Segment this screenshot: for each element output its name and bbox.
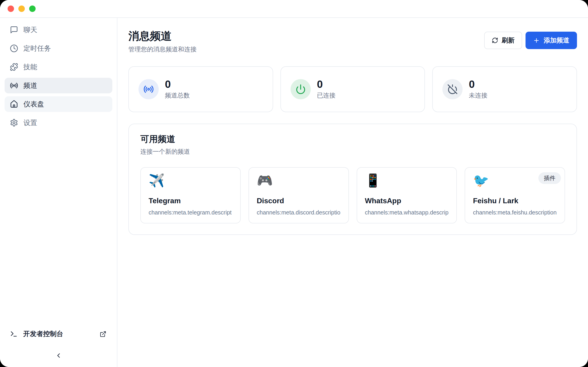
titlebar: [0, 0, 588, 18]
header-actions: 刷新 添加频道: [484, 32, 577, 49]
stats-row: 0 频道总数 0 已连接: [128, 66, 577, 112]
power-icon: [295, 84, 306, 94]
puzzle-icon: [10, 63, 18, 71]
channel-description: channels:meta.discord.descriptio: [257, 209, 341, 216]
home-icon: [10, 100, 18, 108]
terminal-icon: [10, 330, 18, 338]
gear-icon: [10, 119, 18, 127]
channel-name: Discord: [257, 197, 341, 204]
page-title: 消息频道: [128, 30, 197, 42]
stat-card-total-channels: 0 频道总数: [128, 66, 273, 112]
channel-card-telegram[interactable]: ✈️ Telegram channels:meta.telegram.descr…: [140, 167, 241, 223]
radio-icon: [143, 84, 154, 94]
sidebar-item-label: 技能: [23, 62, 37, 72]
sidebar-item-dashboard[interactable]: 仪表盘: [5, 96, 112, 112]
chat-bubble-icon: [10, 26, 18, 34]
channel-description: channels:meta.whatsapp.descrip: [365, 209, 449, 216]
clock-icon: [10, 44, 18, 52]
add-channel-button-label: 添加频道: [544, 36, 569, 45]
section-title: 可用频道: [140, 133, 565, 145]
sidebar-item-label: 设置: [23, 118, 37, 127]
sidebar-footer: 开发者控制台: [0, 327, 117, 367]
stat-label: 未连接: [469, 91, 487, 100]
available-channels-section: 可用频道 连接一个新的频道 ✈️ Telegram channels:meta.…: [128, 124, 577, 235]
sidebar-nav: 聊天 定时任务 技能: [0, 18, 117, 131]
main-content: 消息频道 管理您的消息频道和连接 刷新: [117, 18, 588, 367]
sidebar-item-settings[interactable]: 设置: [5, 115, 112, 131]
power-off-icon: [447, 84, 458, 94]
developer-console-label: 开发者控制台: [23, 329, 63, 339]
channel-card-whatsapp[interactable]: 📱 WhatsApp channels:meta.whatsapp.descri…: [357, 167, 457, 223]
refresh-button-label: 刷新: [502, 36, 515, 45]
section-subtitle: 连接一个新的频道: [140, 148, 565, 156]
sidebar-item-skills[interactable]: 技能: [5, 59, 112, 75]
sidebar-item-label: 频道: [23, 81, 37, 90]
stat-value: 0: [317, 79, 336, 90]
sidebar-item-channels[interactable]: 频道: [5, 78, 112, 93]
sidebar-item-label: 定时任务: [23, 44, 51, 53]
channel-card-feishu[interactable]: 插件 🐦 Feishu / Lark channels:meta.feishu.…: [465, 167, 565, 223]
discord-emoji-icon: 🎮: [257, 174, 341, 187]
radio-icon: [10, 81, 18, 90]
sidebar: 聊天 定时任务 技能: [0, 18, 117, 367]
developer-console-link[interactable]: 开发者控制台: [0, 327, 117, 341]
stat-value: 0: [469, 79, 487, 90]
channel-card-discord[interactable]: 🎮 Discord channels:meta.discord.descript…: [249, 167, 349, 223]
stat-card-not-connected: 0 未连接: [432, 66, 577, 112]
stat-label: 频道总数: [165, 91, 190, 100]
app-window: 聊天 定时任务 技能: [0, 0, 588, 367]
stat-bubble: [138, 79, 159, 99]
page-header-text: 消息频道 管理您的消息频道和连接: [128, 30, 197, 53]
channel-name: Feishu / Lark: [473, 197, 557, 204]
channel-description: channels:meta.telegram.descript: [149, 209, 233, 216]
app-body: 聊天 定时任务 技能: [0, 18, 588, 367]
telegram-emoji-icon: ✈️: [149, 174, 233, 187]
sidebar-item-chat[interactable]: 聊天: [5, 22, 112, 38]
sidebar-item-label: 聊天: [23, 25, 37, 35]
channel-name: WhatsApp: [365, 197, 449, 204]
stat-text: 0 频道总数: [165, 79, 190, 100]
channel-grid: ✈️ Telegram channels:meta.telegram.descr…: [140, 167, 565, 223]
add-channel-button[interactable]: 添加频道: [526, 32, 577, 49]
stat-bubble: [291, 79, 311, 99]
stat-card-connected: 0 已连接: [280, 66, 425, 112]
chevron-left-icon: [55, 352, 62, 359]
channel-description: channels:meta.feishu.description: [473, 209, 557, 216]
page-subtitle: 管理您的消息频道和连接: [128, 45, 197, 53]
stat-label: 已连接: [317, 91, 336, 100]
whatsapp-emoji-icon: 📱: [365, 174, 449, 187]
minimize-window-button[interactable]: [18, 6, 25, 12]
plus-icon: [533, 37, 540, 44]
sidebar-item-scheduled-tasks[interactable]: 定时任务: [5, 41, 112, 56]
external-link-icon: [100, 331, 106, 337]
close-window-button[interactable]: [8, 6, 14, 12]
sidebar-item-label: 仪表盘: [23, 100, 44, 109]
page-header: 消息频道 管理您的消息频道和连接 刷新: [117, 18, 588, 53]
collapse-sidebar-button[interactable]: [53, 350, 64, 361]
sidebar-collapse-row: [0, 341, 117, 367]
refresh-icon: [492, 37, 498, 44]
stat-text: 0 已连接: [317, 79, 336, 100]
stat-bubble: [442, 79, 463, 99]
stat-value: 0: [165, 79, 190, 90]
stat-text: 0 未连接: [469, 79, 487, 100]
channel-name: Telegram: [149, 197, 233, 204]
zoom-window-button[interactable]: [29, 6, 36, 12]
refresh-button[interactable]: 刷新: [484, 32, 522, 49]
plugin-badge: 插件: [538, 172, 561, 184]
